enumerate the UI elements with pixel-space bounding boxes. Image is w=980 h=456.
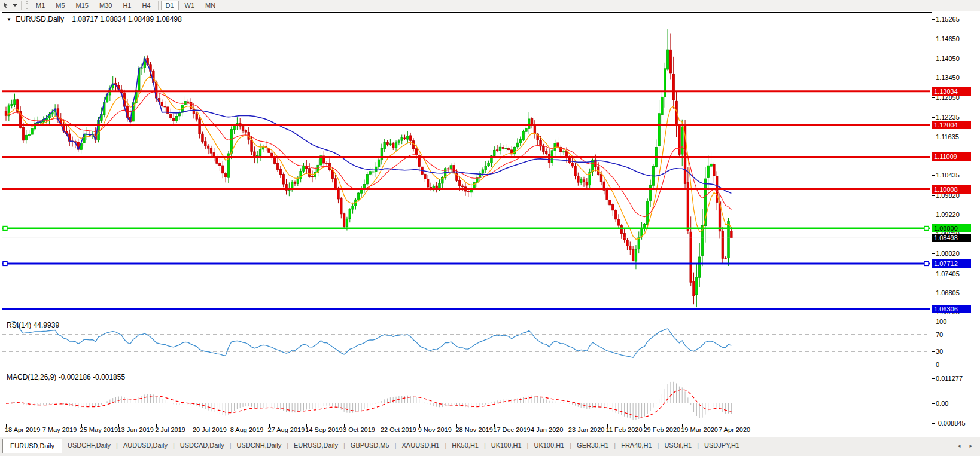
timeframe-button-h1[interactable]: H1 <box>118 1 136 10</box>
candle <box>707 155 710 191</box>
macd-panel[interactable]: MACD(12,26,9) -0.002186 -0.001855 <box>2 371 932 424</box>
candle <box>580 177 582 185</box>
candle <box>207 144 209 154</box>
candle <box>386 140 389 146</box>
mt4-terminal: { "toolbar": { "timeframes": ["M1","M5",… <box>0 0 980 456</box>
line-handle[interactable] <box>3 227 7 231</box>
chart-tab-usdchf-daily[interactable]: USDCHF,Daily <box>62 439 116 451</box>
candlestick-chart[interactable] <box>2 13 930 319</box>
candle <box>609 196 611 210</box>
tool-dropdown-caret-icon[interactable] <box>13 4 17 7</box>
candle <box>86 127 88 140</box>
candle <box>392 142 394 150</box>
price-panel[interactable]: ▼ EURUSD,Daily 1.08717 1.08834 1.08489 1… <box>2 13 932 319</box>
candle <box>268 145 270 155</box>
chart-tab-gbpusd-m5[interactable]: GBPUSD,M5 <box>345 439 395 451</box>
price-axis-tick <box>932 195 935 196</box>
candle <box>470 183 473 197</box>
candle <box>644 223 646 232</box>
chart-tab-uk100-h1[interactable]: UK100,H1 <box>486 439 527 451</box>
tab-scroll-left-icon[interactable]: ◄ <box>955 442 963 451</box>
crosshair-tool-icon[interactable] <box>1 1 11 10</box>
candle <box>352 203 354 214</box>
candle <box>658 100 661 153</box>
candle <box>202 131 204 143</box>
price-axis[interactable]: 1.152651.146501.140501.134501.128501.122… <box>932 12 980 437</box>
time-axis[interactable]: 18 Apr 20197 May 201925 May 201913 Jun 2… <box>0 425 932 437</box>
candle <box>577 173 580 186</box>
timeframe-button-w1[interactable]: W1 <box>180 1 200 10</box>
candle <box>638 231 640 253</box>
candle <box>282 172 285 187</box>
line-handle[interactable] <box>3 261 7 265</box>
candle <box>276 157 279 172</box>
price-axis-label: 1.13450 <box>936 74 979 82</box>
candle <box>632 246 634 261</box>
timeframe-button-group: M1M5M15M30H1H4D1W1MN <box>31 1 221 10</box>
candle <box>115 78 117 91</box>
candle <box>328 158 331 171</box>
candle <box>221 161 224 178</box>
candle <box>614 209 617 222</box>
level-price-tag: 1.11009 <box>932 152 971 161</box>
candle <box>378 158 380 169</box>
tab-scroll-right-icon[interactable]: ► <box>967 442 975 451</box>
chart-tab-usdcad-daily[interactable]: USDCAD,Daily <box>175 439 230 451</box>
chart-tab-fra40-h1[interactable]: FRA40,H1 <box>616 439 657 451</box>
level-price-tag: 1.13034 <box>932 87 971 96</box>
candle <box>227 151 230 183</box>
chart-tab-usoil-h1[interactable]: USOil,H1 <box>659 439 697 451</box>
chart-tab-audusd-daily[interactable]: AUDUSD,Daily <box>118 439 173 451</box>
timeframe-button-mn[interactable]: MN <box>200 1 220 10</box>
candle <box>701 209 704 266</box>
rsi-axis-label: 30 <box>936 347 979 356</box>
price-axis-tick <box>932 97 935 98</box>
candle <box>508 146 510 151</box>
candle <box>473 180 476 193</box>
time-axis-label: 11 Feb 2020 <box>606 426 643 433</box>
chart-tab-xauusd-h1[interactable]: XAUUSD,H1 <box>397 439 445 451</box>
timeframe-button-m15[interactable]: M15 <box>71 1 93 10</box>
line-handle[interactable] <box>924 261 929 265</box>
chart-tab-usdjpy-h1[interactable]: USDJPY,H1 <box>699 439 745 451</box>
macd-label: MACD(12,26,9) -0.002186 -0.001855 <box>7 373 125 381</box>
line-handle[interactable] <box>924 227 929 231</box>
price-axis-tick <box>932 274 935 274</box>
chart-tab-ger30-h1[interactable]: GER30,H1 <box>571 439 614 451</box>
candle <box>11 100 13 109</box>
toolbar-grip-handle[interactable] <box>26 1 28 10</box>
candle <box>285 179 288 195</box>
timeframe-button-m30[interactable]: M30 <box>95 1 117 10</box>
price-axis-tick <box>932 117 935 118</box>
candle <box>398 139 400 145</box>
time-axis-label: 3 Oct 2019 <box>343 426 375 433</box>
level-price-tag: 1.12004 <box>932 121 971 129</box>
candle <box>502 145 504 149</box>
collapse-chart-icon[interactable]: ▼ <box>7 17 11 22</box>
timeframe-button-m5[interactable]: M5 <box>51 1 69 10</box>
candle <box>664 63 666 108</box>
candle <box>355 198 357 209</box>
current-price-tag: 1.08498 <box>932 234 971 242</box>
chart-tab-usdcnh-daily[interactable]: USDCNH,Daily <box>232 439 287 451</box>
price-axis-tick <box>932 137 935 137</box>
chart-tab-eurusd-daily[interactable]: EURUSD,Daily <box>2 439 62 453</box>
candle <box>557 137 559 152</box>
time-axis-label: 17 Dec 2019 <box>493 426 530 433</box>
timeframe-button-d1[interactable]: D1 <box>161 1 179 10</box>
macd-axis-tick <box>932 378 935 379</box>
candle <box>372 168 375 176</box>
timeframe-button-m1[interactable]: M1 <box>31 1 50 10</box>
level-price-tag: 1.07712 <box>932 259 971 268</box>
chart-tab-uk100-h1[interactable]: UK100,H1 <box>528 439 570 451</box>
time-axis-label: 28 Nov 2019 <box>455 426 492 433</box>
rsi-panel[interactable]: RSI(14) 44.9939 <box>2 319 932 371</box>
chart-tab-bar: EURUSD,DailyUSDCHF,Daily|AUDUSD,Daily|US… <box>0 437 980 456</box>
candle <box>381 144 383 165</box>
candle <box>696 264 698 307</box>
candle <box>623 228 626 243</box>
timeframe-button-h4[interactable]: H4 <box>137 1 155 10</box>
price-axis-label: 1.11635 <box>936 133 979 141</box>
chart-tab-eurusd-daily[interactable]: EURUSD,Daily <box>288 439 343 451</box>
chart-tab-hk50-h1[interactable]: HK50,H1 <box>446 439 484 451</box>
